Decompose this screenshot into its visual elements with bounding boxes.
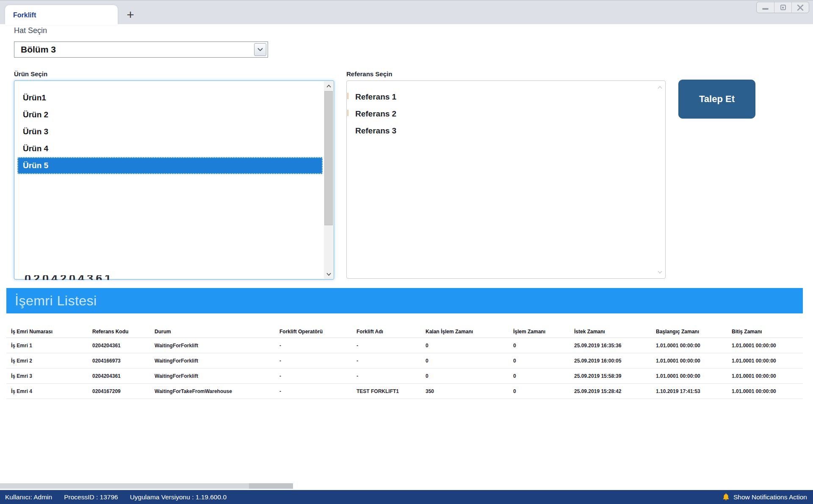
- table-cell: -: [279, 388, 357, 394]
- bell-icon: [722, 493, 730, 501]
- list-item-referans-2[interactable]: Referans 2: [347, 105, 654, 122]
- urun-secin-label: Ürün Seçin: [14, 70, 47, 78]
- table-cell: 1.01.0001 00:00:00: [732, 373, 803, 379]
- status-process-id: ProcessID : 13796: [64, 493, 118, 501]
- notifications-action[interactable]: Show Notifications Action: [722, 493, 807, 501]
- table-cell: 25.09.2019 15:58:39: [574, 373, 656, 379]
- chevron-up-icon: [326, 85, 331, 88]
- table-cell: 25.09.2019 16:35:36: [574, 343, 656, 349]
- app-window: Forklift + Hat Seçin Bölüm 3: [0, 0, 813, 504]
- list-item-urun-3[interactable]: Ürün 3: [17, 123, 323, 140]
- table-row[interactable]: İş Emri 3 0204204361 WaitingForForklift …: [6, 368, 803, 384]
- status-app-version: Uygulama Versiyonu : 1.19.600.0: [130, 493, 227, 501]
- column-header[interactable]: Forklift Adı: [357, 329, 426, 335]
- list-item-referans-3[interactable]: Referans 3: [347, 122, 654, 139]
- table-cell: 1.01.0001 00:00:00: [732, 388, 803, 394]
- panel-title: İşemri Listesi: [15, 293, 97, 309]
- table-cell: 1.01.0001 00:00:00: [656, 373, 732, 379]
- status-user: Kullanıcı: Admin: [5, 493, 52, 501]
- hat-secin-label: Hat Seçin: [14, 26, 47, 35]
- table-cell: 1.01.0001 00:00:00: [732, 358, 803, 364]
- urun-scrollbar[interactable]: [324, 81, 333, 279]
- column-header[interactable]: İş Emri Numarası: [11, 329, 92, 335]
- urun-listbox: Ürün1 Ürün 2 Ürün 3 Ürün 4 Ürün 5 020420…: [14, 80, 334, 280]
- table-cell: -: [279, 358, 357, 364]
- hat-selected-value: Bölüm 3: [21, 42, 56, 57]
- plus-icon: +: [127, 8, 134, 22]
- column-header[interactable]: Bitiş Zamanı: [732, 329, 803, 335]
- scroll-up-button[interactable]: [324, 81, 333, 91]
- list-item-urun-2[interactable]: Ürün 2: [17, 106, 323, 123]
- table-cell: 25.09.2019 15:28:42: [574, 388, 656, 394]
- maximize-button[interactable]: [774, 2, 791, 13]
- horizontal-scrollbar-thumb[interactable]: [249, 483, 293, 489]
- window-controls: [756, 2, 809, 13]
- tab-strip: Forklift +: [0, 0, 813, 24]
- table-cell: 0204167209: [92, 388, 155, 394]
- horizontal-scrollbar[interactable]: [0, 483, 293, 489]
- column-header[interactable]: Başlangıç Zamanı: [656, 329, 732, 335]
- referans-secin-label: Referans Seçin: [346, 70, 392, 78]
- minimize-icon: [762, 8, 769, 10]
- talep-et-button[interactable]: Talep Et: [678, 80, 755, 119]
- isemri-table: İş Emri Numarası Referans Kodu Durum For…: [6, 325, 803, 399]
- table-cell: 0204204361: [92, 373, 155, 379]
- table-cell: WaitingForTakeFromWarehouse: [155, 388, 279, 394]
- list-item-urun-4[interactable]: Ürün 4: [17, 140, 323, 157]
- column-header[interactable]: İşlem Zamanı: [513, 329, 574, 335]
- table-cell: 25.09.2019 16:00:05: [574, 358, 656, 364]
- chevron-down-icon: [257, 48, 263, 51]
- list-item-urun-5-selected[interactable]: Ürün 5: [17, 157, 323, 174]
- scrollbar-thumb[interactable]: [324, 91, 333, 225]
- scroll-down-button[interactable]: [656, 268, 664, 276]
- table-row[interactable]: İş Emri 4 0204167209 WaitingForTakeFromW…: [6, 384, 803, 399]
- minimize-button[interactable]: [757, 2, 774, 13]
- referans-listbox: Referans 1 Referans 2 Referans 3: [346, 80, 666, 279]
- table-row[interactable]: İş Emri 2 0204166973 WaitingForForklift …: [6, 353, 803, 368]
- table-cell: 0204166973: [92, 358, 155, 364]
- table-cell: -: [279, 343, 357, 349]
- new-tab-button[interactable]: +: [121, 6, 140, 24]
- table-cell: 0: [513, 373, 574, 379]
- table-cell: -: [279, 373, 357, 379]
- table-cell: WaitingForForklift: [155, 373, 279, 379]
- table-cell: 350: [426, 388, 513, 394]
- table-cell: -: [357, 358, 426, 364]
- hat-combobox[interactable]: Bölüm 3: [14, 42, 268, 58]
- column-header[interactable]: Kalan İşlem Zamanı: [426, 329, 513, 335]
- chevron-up-icon: [658, 86, 662, 89]
- column-header[interactable]: İstek Zamanı: [574, 329, 656, 335]
- table-cell: İş Emri 3: [11, 373, 92, 379]
- scroll-up-button[interactable]: [656, 83, 664, 91]
- table-cell: 0204204361: [92, 343, 155, 349]
- table-cell: 0: [426, 343, 513, 349]
- table-cell: 1.01.0001 00:00:00: [656, 343, 732, 349]
- table-row[interactable]: İş Emri 1 0204204361 WaitingForForklift …: [6, 338, 803, 353]
- list-item-referans-1[interactable]: Referans 1: [347, 89, 654, 105]
- table-cell: 1.10.2019 17:41:53: [656, 388, 732, 394]
- urun-item-list: Ürün1 Ürün 2 Ürün 3 Ürün 4 Ürün 5: [14, 89, 323, 174]
- table-cell: TEST FORKLIFT1: [357, 388, 426, 394]
- isemri-panel-header: İşemri Listesi: [6, 288, 803, 313]
- table-cell: -: [357, 343, 426, 349]
- list-item-urun-1[interactable]: Ürün1: [17, 89, 323, 106]
- notifications-label: Show Notifications Action: [733, 493, 807, 501]
- combobox-dropdown-button[interactable]: [254, 43, 266, 56]
- column-header[interactable]: Referans Kodu: [92, 329, 155, 335]
- table-cell: İş Emri 4: [11, 388, 92, 394]
- tab-forklift[interactable]: Forklift: [5, 5, 118, 25]
- table-cell: 1.01.0001 00:00:00: [732, 343, 803, 349]
- table-cell: WaitingForForklift: [155, 343, 279, 349]
- column-header[interactable]: Forklift Operatörü: [279, 329, 357, 335]
- scroll-down-button[interactable]: [324, 269, 333, 279]
- column-header[interactable]: Durum: [155, 329, 279, 335]
- status-left: Kullanıcı: Admin ProcessID : 13796 Uygul…: [5, 493, 227, 501]
- table-cell: 0: [426, 373, 513, 379]
- chevron-down-icon: [326, 273, 331, 276]
- close-button[interactable]: [791, 2, 809, 13]
- maximize-icon: [780, 5, 786, 10]
- close-icon: [797, 5, 804, 11]
- table-cell: 0: [426, 358, 513, 364]
- chevron-down-icon: [658, 271, 662, 274]
- table-cell: 0: [513, 358, 574, 364]
